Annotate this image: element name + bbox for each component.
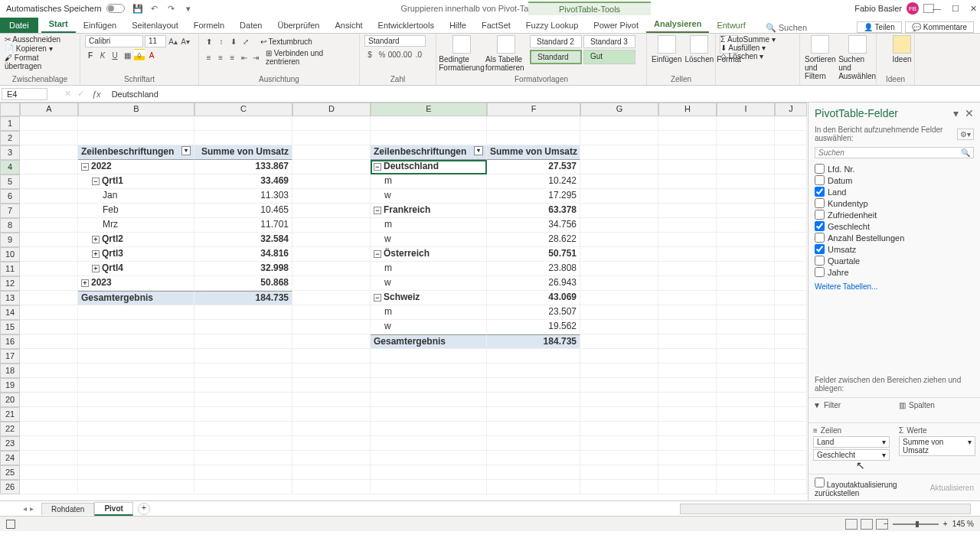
row-header-8[interactable]: 8	[0, 218, 20, 233]
field-search[interactable]: 🔍	[815, 147, 974, 158]
col-header-D[interactable]: D	[292, 103, 371, 116]
cell[interactable]	[20, 378, 78, 393]
cell[interactable]	[717, 349, 775, 364]
cell[interactable]	[20, 349, 78, 364]
cell[interactable]	[78, 451, 194, 465]
clear-button[interactable]: ◇ Löschen ▾	[720, 52, 795, 60]
merge-button[interactable]: ⊞ Verbinden und zentrieren	[266, 49, 354, 66]
row-header-7[interactable]: 7	[0, 204, 20, 218]
pivot1-row-label[interactable]: Feb	[78, 204, 194, 218]
autosum-button[interactable]: Σ AutoSumme ▾	[720, 35, 795, 44]
pivot1-row-value[interactable]: 32.584	[194, 233, 292, 247]
field-checkbox[interactable]	[815, 198, 825, 208]
zoom-level[interactable]: 145 %	[952, 520, 974, 528]
row-header-1[interactable]: 1	[0, 116, 20, 131]
cell[interactable]	[292, 407, 371, 422]
cell[interactable]	[717, 393, 775, 407]
tab-data[interactable]: Daten	[232, 18, 270, 33]
tab-view[interactable]: Ansicht	[327, 18, 370, 33]
border-icon[interactable]: ▦	[122, 49, 132, 61]
col-header-B[interactable]: B	[78, 103, 194, 116]
cell[interactable]	[580, 349, 658, 364]
pivot1-row-value[interactable]: 10.465	[194, 204, 292, 218]
style-standard[interactable]: Standard	[530, 50, 582, 64]
cell[interactable]	[194, 422, 292, 436]
pivot1-row-label[interactable]: +Qrtl4	[78, 262, 194, 276]
align-middle-icon[interactable]: ↕	[216, 35, 227, 47]
cell[interactable]	[78, 131, 194, 145]
cell[interactable]	[371, 465, 487, 480]
row-header-9[interactable]: 9	[0, 233, 20, 247]
tab-design[interactable]: Entwurf	[709, 18, 753, 33]
expand-icon[interactable]: +	[92, 250, 100, 258]
expand-icon[interactable]: +	[92, 236, 100, 243]
field-geschlecht[interactable]: Geschlecht	[815, 220, 974, 232]
collapse-icon[interactable]: −	[374, 294, 381, 302]
cell[interactable]	[658, 451, 717, 465]
search-icon[interactable]: 🔍	[961, 148, 970, 157]
cell[interactable]	[292, 349, 371, 364]
pivot1-row-value[interactable]: 50.868	[194, 276, 292, 291]
area-columns[interactable]: ▥ Spalten	[894, 397, 980, 422]
add-sheet-icon[interactable]: +	[138, 503, 150, 515]
undo-icon[interactable]: ↶	[149, 3, 160, 14]
cell[interactable]	[487, 349, 580, 364]
cell[interactable]	[292, 422, 371, 436]
field-search-input[interactable]	[818, 148, 961, 157]
field-land[interactable]: Land	[815, 186, 974, 197]
tab-formulas[interactable]: Formeln	[186, 18, 232, 33]
cell[interactable]	[717, 480, 775, 494]
horizontal-scrollbar[interactable]	[680, 504, 971, 514]
area-values[interactable]: Σ Werte Summe von Umsatz▾	[894, 422, 980, 474]
field-kundentyp[interactable]: Kundentyp	[815, 197, 974, 209]
pivot1-row-value[interactable]: 11.303	[194, 189, 292, 204]
pivot1-row-header[interactable]: Zeilenbeschriftungen▾	[78, 145, 194, 160]
orientation-icon[interactable]: ⤢	[240, 35, 251, 47]
minimize-icon[interactable]: ―	[933, 4, 941, 14]
row-header-11[interactable]: 11	[0, 262, 20, 276]
cell[interactable]	[580, 465, 658, 480]
row-header-6[interactable]: 6	[0, 189, 20, 204]
pivot1-total-value[interactable]: 184.735	[194, 291, 292, 305]
field-anzahl-bestellungen[interactable]: Anzahl Bestellungen	[815, 232, 974, 243]
cell[interactable]	[78, 407, 194, 422]
row-header-21[interactable]: 21	[0, 407, 20, 422]
field-datum[interactable]: Datum	[815, 174, 974, 186]
field-quartale[interactable]: Quartale	[815, 255, 974, 266]
defer-layout-check[interactable]: Layoutaktualisierung zurückstellen	[815, 478, 930, 497]
cell[interactable]	[371, 436, 487, 451]
align-bottom-icon[interactable]: ⬇	[228, 35, 239, 47]
pivot2-row-value[interactable]: 27.537	[487, 160, 580, 174]
pivot1-val-header[interactable]: Summe von Umsatz	[194, 145, 292, 160]
font-name-combo[interactable]: Calibri	[85, 35, 143, 47]
cell[interactable]	[658, 393, 717, 407]
pivot2-row-label[interactable]: m	[371, 174, 487, 189]
sheet-nav-first-icon[interactable]: ◂	[23, 504, 27, 513]
cell[interactable]	[194, 451, 292, 465]
cell[interactable]	[194, 116, 292, 131]
cell[interactable]	[658, 349, 717, 364]
style-gut[interactable]: Gut	[583, 50, 635, 64]
tell-me-search[interactable]: 🔍 Suchen	[766, 23, 807, 33]
cell[interactable]	[194, 349, 292, 364]
field-zufriedenheit[interactable]: Zufriedenheit	[815, 209, 974, 220]
cell[interactable]	[658, 131, 717, 145]
cell[interactable]	[717, 116, 775, 131]
pivot2-row-label[interactable]: −Schweiz	[371, 291, 487, 305]
pivot2-total-value[interactable]: 184.735	[487, 334, 580, 349]
tab-analyze[interactable]: Analysieren	[646, 16, 709, 33]
save-icon[interactable]: 💾	[132, 3, 143, 14]
zoom-slider[interactable]	[893, 523, 939, 525]
pivot2-val-header[interactable]: Summe von Umsatz	[487, 145, 580, 160]
pane-close-icon[interactable]: ✕	[965, 107, 974, 119]
pivot2-row-label[interactable]: m	[371, 305, 487, 320]
cell[interactable]	[487, 131, 580, 145]
cell[interactable]	[371, 480, 487, 494]
cell[interactable]	[775, 465, 807, 480]
cell[interactable]	[292, 378, 371, 393]
cell[interactable]	[194, 436, 292, 451]
cell[interactable]	[775, 364, 807, 378]
pivot2-row-label[interactable]: −Frankreich	[371, 204, 487, 218]
cell[interactable]	[20, 436, 78, 451]
field-checkbox[interactable]	[815, 210, 825, 220]
